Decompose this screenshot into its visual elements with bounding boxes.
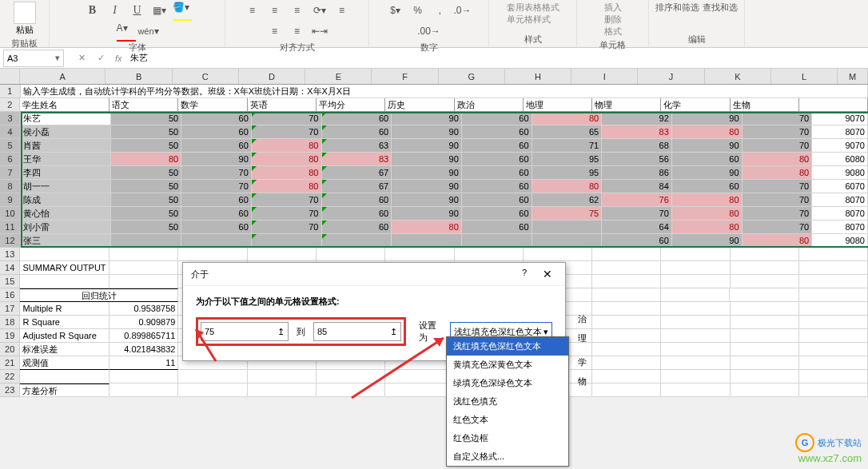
score-cell[interactable]: 60 <box>322 193 392 207</box>
fx-icon[interactable]: fx <box>115 54 122 63</box>
dropdown-option[interactable]: 浅红色填充 <box>447 392 568 411</box>
row-header[interactable]: 17 <box>0 302 20 316</box>
fill-color-button[interactable]: 🪣▾ <box>173 2 192 19</box>
score-cell[interactable]: 70 <box>181 166 252 180</box>
cell[interactable] <box>799 343 868 356</box>
cell[interactable] <box>799 384 868 397</box>
cell[interactable] <box>661 370 730 384</box>
score-cell[interactable]: 60 <box>462 139 532 153</box>
cell[interactable] <box>661 384 730 397</box>
range-picker-icon[interactable]: ↥ <box>277 327 285 337</box>
cell[interactable] <box>317 384 385 397</box>
col-header[interactable]: M <box>838 69 868 84</box>
phonetic-button[interactable]: wén▾ <box>139 22 158 40</box>
row-header[interactable]: 4 <box>0 125 21 139</box>
inc-decimal-icon[interactable]: .0→ <box>453 2 472 19</box>
score-cell[interactable]: 80 <box>743 153 813 166</box>
student-name[interactable]: 肖茜 <box>21 139 112 153</box>
cell[interactable] <box>661 343 730 356</box>
score-cell[interactable]: 60 <box>602 234 672 248</box>
column-title[interactable]: 化学 <box>661 98 730 112</box>
score-cell[interactable]: 50 <box>111 193 181 207</box>
cell[interactable] <box>317 248 385 261</box>
score-cell[interactable]: 60 <box>181 193 252 207</box>
cell[interactable] <box>592 316 661 329</box>
score-cell[interactable]: 71 <box>532 139 603 153</box>
score-cell[interactable]: 60 <box>181 125 252 139</box>
score-cell[interactable]: 70 <box>252 207 322 221</box>
row-header[interactable]: 5 <box>0 139 21 153</box>
column-title[interactable]: 政治 <box>455 98 524 112</box>
stat-value[interactable]: 4.021843832 <box>109 343 178 356</box>
cell[interactable] <box>385 370 454 384</box>
select-all-corner[interactable] <box>0 69 20 84</box>
score-cell[interactable]: 80 <box>672 221 743 234</box>
student-name[interactable]: 陈成 <box>21 193 112 207</box>
cell[interactable] <box>661 356 730 370</box>
row-header[interactable]: 6 <box>0 153 21 166</box>
bold-button[interactable]: B <box>83 2 102 19</box>
align-bottom-icon[interactable]: ≡ <box>288 2 307 19</box>
comma-icon[interactable]: , <box>431 2 450 19</box>
score-cell[interactable]: 64 <box>602 221 672 234</box>
score-cell[interactable] <box>181 234 252 248</box>
score-cell[interactable]: 70 <box>743 221 813 234</box>
cell[interactable] <box>731 316 799 329</box>
border-button[interactable]: ▦▾ <box>150 2 169 19</box>
range-picker-icon[interactable]: ↥ <box>390 327 397 337</box>
score-cell[interactable]: 60 <box>181 112 252 125</box>
score-cell[interactable]: 60 <box>462 153 532 166</box>
value2-input[interactable]: 85 ↥ <box>313 322 401 341</box>
score-cell[interactable]: 75 <box>532 207 603 221</box>
cell[interactable] <box>799 275 868 288</box>
score-cell[interactable]: 60 <box>181 221 252 234</box>
score-cell[interactable]: 80 <box>252 139 322 153</box>
ext-cell[interactable]: 9070 <box>812 139 868 153</box>
score-cell[interactable]: 70 <box>743 193 813 207</box>
row-header[interactable]: 9 <box>0 193 21 207</box>
cancel-icon[interactable]: ✕ <box>72 50 91 67</box>
score-cell[interactable]: 80 <box>252 180 322 193</box>
dropdown-option[interactable]: 浅红填充色深红色文本 <box>447 337 568 356</box>
align-right-icon[interactable]: ≡ <box>288 22 307 40</box>
row-header[interactable]: 22 <box>0 370 20 384</box>
cell[interactable] <box>178 370 247 384</box>
row-header[interactable]: 12 <box>0 234 21 248</box>
row-header[interactable]: 15 <box>0 275 20 288</box>
dropdown-option[interactable]: 红色文本 <box>447 411 568 429</box>
score-cell[interactable]: 60 <box>181 139 252 153</box>
score-cell[interactable] <box>252 234 322 248</box>
cell[interactable] <box>799 261 868 275</box>
name-box[interactable]: A3 ▾ <box>3 50 64 67</box>
score-cell[interactable] <box>532 221 603 234</box>
score-cell[interactable]: 50 <box>111 207 181 221</box>
column-title[interactable]: 语文 <box>109 98 178 112</box>
score-cell[interactable]: 60 <box>462 166 532 180</box>
row-header[interactable]: 10 <box>0 207 21 221</box>
cell[interactable] <box>592 302 661 316</box>
cell[interactable] <box>731 343 799 356</box>
score-cell[interactable]: 60 <box>322 112 392 125</box>
col-header[interactable]: B <box>106 69 172 84</box>
score-cell[interactable] <box>392 234 462 248</box>
cell[interactable] <box>109 248 178 261</box>
score-cell[interactable]: 90 <box>392 139 462 153</box>
score-cell[interactable]: 90 <box>392 193 462 207</box>
col-header[interactable]: A <box>20 69 106 84</box>
student-name[interactable]: 黄心怡 <box>21 207 112 221</box>
score-cell[interactable]: 80 <box>743 166 813 180</box>
cell[interactable] <box>661 261 730 275</box>
score-cell[interactable]: 68 <box>602 139 672 153</box>
score-cell[interactable]: 60 <box>462 221 532 234</box>
align-left-icon[interactable]: ≡ <box>332 2 352 19</box>
cell[interactable] <box>20 248 109 261</box>
score-cell[interactable]: 90 <box>672 166 743 180</box>
ext-cell[interactable]: 6080 <box>812 153 868 166</box>
cell[interactable] <box>20 370 109 384</box>
student-name[interactable]: 侯小磊 <box>21 125 112 139</box>
score-cell[interactable] <box>532 234 603 248</box>
score-cell[interactable]: 70 <box>743 112 813 125</box>
score-cell[interactable]: 70 <box>252 112 322 125</box>
score-cell[interactable]: 60 <box>322 207 392 221</box>
sort-filter-btn[interactable]: 排序和筛选 <box>655 2 699 14</box>
